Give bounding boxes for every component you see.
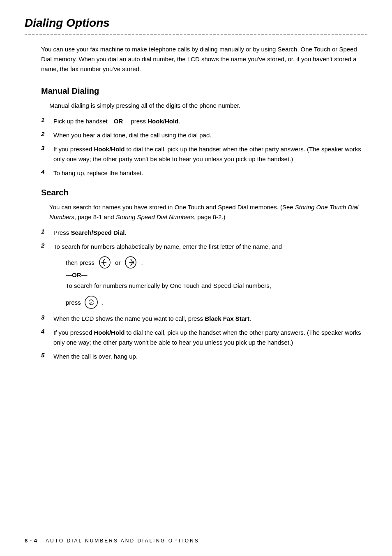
- manual-step-4: 4 To hang up, replace the handset.: [41, 168, 367, 178]
- press-label: press: [66, 299, 81, 306]
- intro-paragraph: You can use your fax machine to make tel…: [41, 44, 367, 74]
- manual-dialing-section: Manual Dialing Manual dialing is simply …: [25, 86, 367, 178]
- search-step-4: 4 If you pressed Hook/Hold to dial the c…: [41, 328, 367, 348]
- search-intro: You can search for names you have stored…: [49, 202, 367, 222]
- period-after-icons: .: [141, 259, 143, 266]
- scroll-icon: or: [84, 295, 99, 310]
- svg-text:or: or: [90, 301, 93, 304]
- manual-dialing-steps: 1 Pick up the handset—OR— press Hook/Hol…: [41, 116, 367, 178]
- search-step-1: 1 Press Search/Speed Dial.: [41, 228, 367, 238]
- search-step-2: 2 To search for numbers alphabetically b…: [41, 242, 367, 252]
- search-steps: 1 Press Search/Speed Dial. 2 To search f…: [41, 228, 367, 361]
- then-press-block: then press or: [66, 256, 367, 269]
- manual-dialing-heading: Manual Dialing: [41, 86, 367, 96]
- footer-chapter-title: AUTO DIAL NUMBERS AND DIALING OPTIONS: [46, 538, 199, 544]
- search-heading: Search: [41, 188, 367, 197]
- manual-dialing-intro: Manual dialing is simply pressing all of…: [49, 101, 367, 111]
- or-separator: —OR—: [66, 271, 367, 278]
- search-section: Search You can search for names you have…: [25, 188, 367, 361]
- page-title: Dialing Options: [25, 16, 367, 30]
- press-block: press or .: [66, 295, 367, 310]
- manual-step-3: 3 If you pressed Hook/Hold to dial the c…: [41, 144, 367, 164]
- dashed-separator: [25, 32, 367, 36]
- footer-page-number: 8 - 4: [25, 537, 37, 544]
- manual-step-1: 1 Pick up the handset—OR— press Hook/Hol…: [41, 116, 367, 126]
- manual-step-2: 2 When you hear a dial tone, dial the ca…: [41, 130, 367, 140]
- right-arrow-icon: [124, 256, 137, 269]
- or-connector: or: [115, 259, 120, 266]
- or-description: To search for numbers numerically by One…: [66, 281, 367, 291]
- search-step-3: 3 When the LCD shows the name you want t…: [41, 314, 367, 324]
- search-step-5: 5 When the call is over, hang up.: [41, 352, 367, 361]
- page-footer: 8 - 4 AUTO DIAL NUMBERS AND DIALING OPTI…: [0, 537, 392, 544]
- then-press-label: then press: [66, 259, 95, 266]
- page-container: Dialing Options You can use your fax mac…: [0, 0, 392, 396]
- left-arrow-icon: [98, 256, 111, 269]
- period-after-press: .: [101, 299, 103, 306]
